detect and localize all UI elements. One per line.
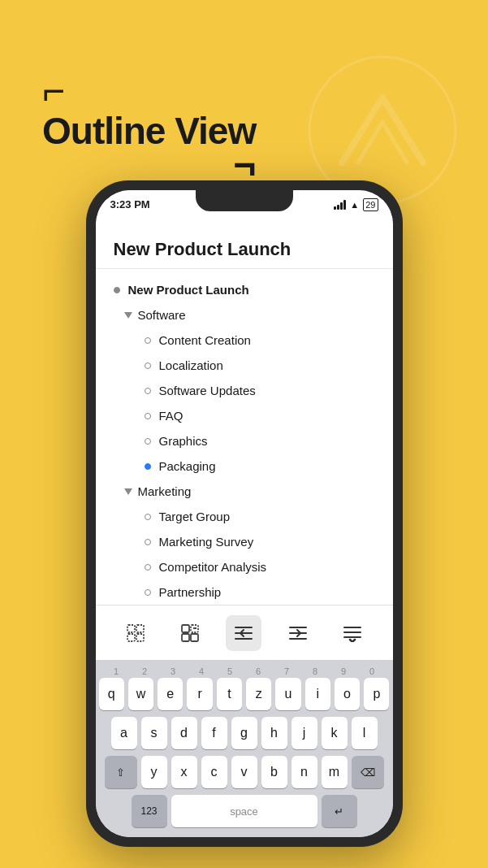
outline-item-11[interactable]: Competitor Analysis <box>96 554 393 579</box>
key-shift[interactable]: ⇧ <box>105 756 137 788</box>
key-p[interactable]: p <box>364 678 389 710</box>
key-numbers[interactable]: 123 <box>132 795 167 827</box>
outline-item-text: Partnership <box>159 584 222 601</box>
bullet-icon <box>145 438 151 445</box>
key-e[interactable]: e <box>158 678 183 710</box>
key-y[interactable]: y <box>141 756 167 788</box>
outline-item-text: Marketing <box>138 483 192 500</box>
key-d[interactable]: d <box>171 717 197 749</box>
outline-item-text: Content Creation <box>159 332 251 349</box>
keyboard-row-1: q w e r t z u i o p <box>99 678 390 710</box>
key-n[interactable]: n <box>292 756 317 788</box>
bullet-icon <box>145 337 151 344</box>
svg-rect-2 <box>136 625 144 632</box>
doc-title: New Product Launch <box>114 239 292 259</box>
signal-icon <box>334 200 346 210</box>
triangle-icon <box>124 312 132 319</box>
battery-icon: 29 <box>363 198 378 211</box>
bullet-icon <box>145 362 151 369</box>
key-r[interactable]: r <box>187 678 212 710</box>
outline-item-text: Marketing Survey <box>159 533 254 550</box>
outline-item-text: New Product Launch <box>128 281 249 298</box>
status-bar: 3:23 PM ▲ 29 <box>96 190 393 226</box>
key-o[interactable]: o <box>335 678 360 710</box>
indent-button[interactable] <box>280 615 316 651</box>
select-button[interactable] <box>118 615 153 651</box>
screen-content: New Product Launch New Product LaunchSof… <box>96 226 393 837</box>
outline-item-4[interactable]: Software Updates <box>96 378 393 403</box>
phone-screen: 3:23 PM ▲ 29 New Product Launch Ne <box>96 190 393 837</box>
key-i[interactable]: i <box>305 678 330 710</box>
outline-item-1[interactable]: Software <box>96 302 393 328</box>
bullet-icon <box>145 589 151 596</box>
number-hints-row: 1 2 3 4 5 6 7 8 9 0 <box>99 666 390 676</box>
bullet-icon <box>145 539 151 545</box>
key-h[interactable]: h <box>261 717 287 749</box>
page-title: Outline View <box>42 110 256 152</box>
indent-icon <box>287 624 309 642</box>
key-m[interactable]: m <box>322 756 348 788</box>
key-v[interactable]: v <box>231 756 257 788</box>
key-w[interactable]: w <box>128 678 153 710</box>
toolbar <box>96 605 393 660</box>
outline-item-3[interactable]: Localization <box>96 353 393 378</box>
keyboard-row-2: a s d f g h j k l <box>99 717 390 749</box>
bullet-icon <box>145 514 151 520</box>
outline-item-12[interactable]: Partnership <box>96 579 393 605</box>
bracket-top: ⌐ <box>42 72 256 111</box>
key-return[interactable]: ↵ <box>322 795 357 827</box>
outline-item-text: Target Group <box>159 508 231 525</box>
outline-item-text: Localization <box>159 357 223 374</box>
key-f[interactable]: f <box>201 717 227 749</box>
key-x[interactable]: x <box>171 756 197 788</box>
outline-item-2[interactable]: Content Creation <box>96 328 393 353</box>
key-l[interactable]: l <box>352 717 378 749</box>
wifi-icon: ▲ <box>350 200 359 210</box>
svg-rect-8 <box>191 634 198 641</box>
key-z[interactable]: z <box>246 678 271 710</box>
bullet-icon <box>114 287 120 293</box>
svg-rect-5 <box>182 625 189 632</box>
bullet-icon <box>145 564 151 571</box>
key-g[interactable]: g <box>231 717 257 749</box>
outline-item-6[interactable]: Graphics <box>96 428 393 454</box>
keyboard-row-3: ⇧ y x c v b n m ⌫ <box>99 756 390 788</box>
svg-rect-7 <box>182 634 189 641</box>
outline-item-5[interactable]: FAQ <box>96 403 393 428</box>
outdent-button[interactable] <box>226 615 261 651</box>
move-button[interactable] <box>172 615 208 651</box>
outline-item-text: Software Updates <box>159 382 256 399</box>
bullet-blue-icon <box>145 463 151 470</box>
keyboard-row-4: 123 space ↵ <box>99 795 390 827</box>
svg-rect-1 <box>127 625 135 632</box>
key-s[interactable]: s <box>141 717 167 749</box>
outdent-icon <box>232 624 255 642</box>
key-t[interactable]: t <box>217 678 242 710</box>
outline-item-9[interactable]: Target Group <box>96 504 393 529</box>
outline-list[interactable]: New Product LaunchSoftwareContent Creati… <box>96 269 393 605</box>
key-k[interactable]: k <box>322 717 348 749</box>
select-icon <box>125 623 146 644</box>
key-j[interactable]: j <box>292 717 317 749</box>
outline-item-8[interactable]: Marketing <box>96 479 393 504</box>
key-backspace[interactable]: ⌫ <box>352 756 384 788</box>
outline-item-10[interactable]: Marketing Survey <box>96 529 393 554</box>
outline-item-text: Competitor Analysis <box>159 558 267 575</box>
svg-rect-4 <box>136 634 144 641</box>
more-icon <box>342 624 363 642</box>
key-space[interactable]: space <box>171 795 317 827</box>
notch-cutout <box>196 190 293 211</box>
more-button[interactable] <box>335 615 370 651</box>
outline-item-0[interactable]: New Product Launch <box>96 277 393 302</box>
key-u[interactable]: u <box>275 678 300 710</box>
title-area: ⌐ Outline View ¬ <box>42 72 256 184</box>
phone-frame: 3:23 PM ▲ 29 New Product Launch Ne <box>86 180 403 847</box>
outline-item-text: Packaging <box>159 458 216 475</box>
bullet-icon <box>145 413 151 419</box>
outline-item-7[interactable]: Packaging <box>96 454 393 479</box>
key-q[interactable]: q <box>99 678 124 710</box>
key-b[interactable]: b <box>261 756 287 788</box>
key-a[interactable]: a <box>111 717 137 749</box>
outline-item-text: Graphics <box>159 432 208 449</box>
key-c[interactable]: c <box>201 756 227 788</box>
